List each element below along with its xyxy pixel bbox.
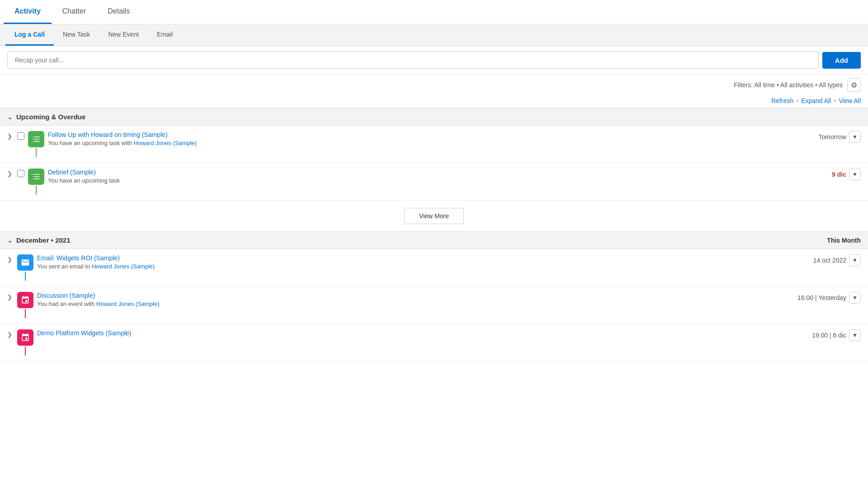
view-all-link[interactable]: View All xyxy=(839,97,861,104)
this-month-badge: This Month xyxy=(827,237,861,244)
desc-email-widgets: You sent an email to Howard Jones (Sampl… xyxy=(37,263,810,270)
title-debrief[interactable]: Debrief (Sample) xyxy=(48,169,96,176)
activity-item-demo: ❯ Demo Platform Widgets (Sample) 19:00 |… xyxy=(0,324,868,361)
dropdown-demo[interactable]: ▼ xyxy=(849,329,861,341)
right-demo: 19:00 | 6 dic ▼ xyxy=(812,329,861,341)
tab-chatter[interactable]: Chatter xyxy=(52,0,97,24)
date-demo: 19:00 | 6 dic xyxy=(812,332,846,339)
title-followup[interactable]: Follow Up with Howard on timing (Sample) xyxy=(48,131,168,138)
actions-row: Refresh • Expand All • View All xyxy=(0,95,868,108)
gear-button[interactable]: ⚙ xyxy=(847,78,861,92)
section-dec2021-title: ⌄ December • 2021 xyxy=(7,236,71,244)
icon-wrapper-email xyxy=(17,254,33,281)
checkbox-followup[interactable] xyxy=(17,132,24,140)
activity-item-email-widgets: ❯ Email: Widgets ROI (Sample) You sent a… xyxy=(0,249,868,286)
icon-wrapper-demo xyxy=(17,329,33,356)
right-followup: Tomorrow ▼ xyxy=(819,131,861,143)
view-more-row: View More xyxy=(0,201,868,231)
filters-text: Filters: All time • All activities • All… xyxy=(734,81,843,89)
content-followup: Follow Up with Howard on timing (Sample)… xyxy=(48,131,815,146)
right-discussion: 16:00 | Yesterday ▼ xyxy=(797,292,861,304)
filters-row: Filters: All time • All activities • All… xyxy=(0,75,868,95)
activity-item-discussion: ❯ Discussion (Sample) You had an event w… xyxy=(0,286,868,324)
date-email-widgets: 14 oct 2022 xyxy=(813,257,846,264)
section-dec2021-header: ⌄ December • 2021 This Month xyxy=(0,231,868,249)
content-email-widgets: Email: Widgets ROI (Sample) You sent an … xyxy=(37,254,810,270)
call-input-area: Add xyxy=(0,46,868,75)
link-howard-jones-3[interactable]: Howard Jones (Sample) xyxy=(96,300,159,307)
task-icon-debrief xyxy=(28,169,44,185)
section-upcoming-title: ⌄ Upcoming & Overdue xyxy=(7,113,85,121)
checkbox-debrief[interactable] xyxy=(17,170,24,177)
right-debrief: 9 dic ▼ xyxy=(832,169,861,180)
title-discussion[interactable]: Discussion (Sample) xyxy=(37,292,95,299)
desc-followup: You have an upcoming task with Howard Jo… xyxy=(48,140,815,146)
event-icon-demo xyxy=(17,329,33,346)
tab-activity[interactable]: Activity xyxy=(4,0,52,24)
top-tabs: Activity Chatter Details xyxy=(0,0,868,24)
date-followup: Tomorrow xyxy=(819,133,846,141)
dropdown-email-widgets[interactable]: ▼ xyxy=(849,254,861,266)
separator-2: • xyxy=(834,97,836,104)
expand-arrow-email[interactable]: ❯ xyxy=(7,254,14,263)
section-upcoming-header: ⌄ Upcoming & Overdue xyxy=(0,108,868,126)
title-demo[interactable]: Demo Platform Widgets (Sample) xyxy=(37,329,132,337)
content-discussion: Discussion (Sample) You had an event wit… xyxy=(37,292,794,307)
dropdown-debrief[interactable]: ▼ xyxy=(849,169,861,180)
dropdown-discussion[interactable]: ▼ xyxy=(849,292,861,304)
event-icon-discussion xyxy=(17,292,33,308)
content-debrief: Debrief (Sample) You have an upcoming ta… xyxy=(48,169,828,184)
view-more-button[interactable]: View More xyxy=(404,208,464,224)
icon-wrapper-debrief xyxy=(28,169,44,195)
recap-input[interactable] xyxy=(7,52,819,69)
vline-demo xyxy=(25,347,26,356)
content-demo: Demo Platform Widgets (Sample) xyxy=(37,329,808,338)
vline-discussion xyxy=(25,309,26,318)
dropdown-followup[interactable]: ▼ xyxy=(849,131,861,143)
subtab-new-event[interactable]: New Event xyxy=(99,24,148,46)
icon-wrapper-discussion xyxy=(17,292,33,318)
activity-item-followup: ❯ Follow Up with Howard on timing (Sampl… xyxy=(0,126,868,163)
right-email-widgets: 14 oct 2022 ▼ xyxy=(813,254,861,266)
activity-item-debrief: ❯ Debrief (Sample) You have an upcoming … xyxy=(0,163,868,201)
desc-debrief: You have an upcoming task xyxy=(48,177,828,184)
add-button[interactable]: Add xyxy=(822,52,861,69)
vline-email xyxy=(25,272,26,281)
date-discussion: 16:00 | Yesterday xyxy=(797,294,846,301)
chevron-upcoming[interactable]: ⌄ xyxy=(7,113,13,121)
subtab-email[interactable]: Email xyxy=(148,24,182,46)
chevron-dec2021[interactable]: ⌄ xyxy=(7,237,13,244)
subtab-log-call[interactable]: Log a Call xyxy=(5,24,54,46)
refresh-link[interactable]: Refresh xyxy=(771,97,793,104)
title-email-widgets[interactable]: Email: Widgets ROI (Sample) xyxy=(37,254,120,262)
expand-arrow-debrief[interactable]: ❯ xyxy=(7,169,14,177)
tab-details[interactable]: Details xyxy=(97,0,141,24)
expand-all-link[interactable]: Expand All xyxy=(801,97,831,104)
expand-arrow-demo[interactable]: ❯ xyxy=(7,329,14,338)
desc-discussion: You had an event with Howard Jones (Samp… xyxy=(37,300,794,307)
link-howard-jones-2[interactable]: Howard Jones (Sample) xyxy=(92,263,155,270)
date-debrief: 9 dic xyxy=(832,171,846,178)
task-icon-followup xyxy=(28,131,44,147)
email-icon xyxy=(17,254,33,271)
link-howard-jones-1[interactable]: Howard Jones (Sample) xyxy=(134,140,197,146)
icon-wrapper-followup xyxy=(28,131,44,157)
expand-arrow-discussion[interactable]: ❯ xyxy=(7,292,14,300)
vline-debrief xyxy=(36,186,37,195)
expand-arrow-followup[interactable]: ❯ xyxy=(7,131,14,140)
separator-1: • xyxy=(796,97,798,104)
subtab-new-task[interactable]: New Task xyxy=(54,24,99,46)
vline-followup xyxy=(36,148,37,157)
sub-tabs: Log a Call New Task New Event Email xyxy=(0,24,868,46)
